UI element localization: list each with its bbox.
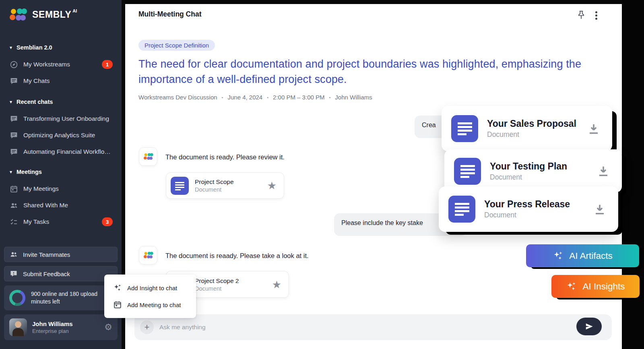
invite-teammates-button[interactable]: Invite Teammates — [4, 247, 118, 262]
feedback-icon — [10, 270, 18, 278]
menu-item-add-insight[interactable]: Add Insight to chat — [104, 279, 196, 296]
artifact-title: Your Sales Proposal — [487, 118, 576, 129]
sembly-logo-icon — [144, 153, 153, 159]
sidebar-group-meetings[interactable]: ▾ Meetings — [0, 166, 122, 178]
chat-icon — [10, 77, 18, 85]
download-icon[interactable] — [597, 165, 610, 178]
sidebar-item-label: My Chats — [23, 77, 50, 85]
document-type: Document — [195, 186, 234, 193]
chevron-down-icon: ▾ — [10, 45, 12, 50]
bot-message: The document is ready. Please review it. — [165, 153, 285, 161]
document-title: Project Scope 2 — [195, 277, 239, 285]
brand-name: SEMBLY — [32, 9, 71, 20]
sidebar-item-recent-2[interactable]: Optimizing Analytics Suite — [0, 127, 122, 143]
chat-input[interactable] — [159, 314, 554, 340]
group-label: Semblian 2.0 — [17, 44, 52, 51]
bot-message: The document is reaady. Please take a lo… — [165, 252, 309, 260]
usage-ring-chart — [9, 290, 25, 306]
user-plan: Enterprise plan — [32, 328, 73, 334]
document-card-project-scope[interactable]: Project Scope Document ★ — [166, 172, 284, 199]
sparkles-icon — [566, 281, 577, 292]
chevron-down-icon: ▾ — [10, 169, 12, 174]
meta-time: 2:00 PM – 3:00 PM — [273, 94, 324, 101]
sidebar-footer: Invite Teammates Submit Feedback 900 onl… — [4, 247, 118, 340]
frame-top-border — [122, 0, 644, 4]
meta-source: Workstreams Dev Discussion — [138, 94, 217, 101]
sparkles-icon — [113, 283, 122, 292]
sidebar-item-shared-with-me[interactable]: Shared With Me — [0, 197, 122, 213]
sidebar-item-label: Optimizing Analytics Suite — [23, 132, 95, 139]
sidebar-item-label: My Tasks — [23, 218, 49, 225]
user-name: John Williams — [32, 320, 73, 327]
sparkles-icon — [553, 250, 564, 261]
artifact-type: Document — [484, 211, 570, 219]
people-icon — [10, 201, 18, 210]
topic-tag[interactable]: Project Scope Definition — [138, 40, 215, 51]
sidebar-item-label: My Workstreams — [23, 61, 70, 68]
sidebar-item-my-tasks[interactable]: My Tasks 3 — [0, 214, 122, 230]
people-icon — [10, 250, 18, 258]
artifact-card-press-release[interactable]: Your Press Release Document — [439, 186, 618, 232]
sidebar-group-recent-chats[interactable]: ▾ Recent chats — [0, 96, 122, 108]
submit-feedback-button[interactable]: Submit Feedback — [4, 266, 118, 281]
sidebar-item-my-chats[interactable]: My Chats — [0, 73, 122, 89]
sidebar-item-recent-1[interactable]: Transforming User Onboarding — [0, 111, 122, 127]
send-button[interactable] — [576, 318, 602, 335]
pin-icon[interactable] — [576, 10, 586, 20]
bot-avatar — [139, 147, 157, 166]
tasks-icon — [10, 218, 18, 226]
sidebar-item-recent-3[interactable]: Automating Financial Workflo… — [0, 144, 122, 160]
sidebar-item-my-workstreams[interactable]: My Workstreams 1 — [0, 56, 122, 72]
tasks-badge: 3 — [102, 217, 113, 226]
app-logo[interactable]: SEMBLY AI — [10, 9, 77, 20]
download-icon[interactable] — [587, 122, 600, 135]
gear-icon[interactable]: ⚙ — [104, 323, 112, 332]
group-label: Meetings — [17, 169, 42, 175]
sidebar-item-label: Shared With Me — [23, 202, 68, 209]
menu-item-add-meeting[interactable]: Add Meeting to chat — [104, 296, 196, 313]
group-label: Recent chats — [17, 99, 53, 105]
sembly-logo-icon — [144, 252, 153, 258]
bot-avatar — [139, 246, 157, 264]
meta-separator: • — [267, 95, 268, 100]
artifact-title: Your Press Release — [484, 199, 570, 210]
chevron-down-icon: ▾ — [10, 99, 12, 104]
summary-heading: The need for clear documentation and pro… — [138, 56, 589, 87]
artifact-card-sales-proposal[interactable]: Your Sales Proposal Document — [442, 106, 612, 151]
sidebar-item-my-meetings[interactable]: My Meetings — [0, 181, 122, 197]
meta-separator: • — [329, 95, 330, 100]
context-menu: Add Insight to chat Add Meeting to chat — [104, 275, 196, 318]
brand-suffix: AI — [72, 8, 77, 13]
kebab-menu-icon[interactable] — [595, 11, 597, 13]
artifact-title: Your Testing Plan — [490, 161, 567, 172]
chat-icon — [10, 148, 18, 156]
document-icon — [448, 196, 475, 223]
workstreams-badge: 1 — [102, 60, 113, 69]
chat-icon — [10, 131, 18, 140]
sidebar-group-semblian[interactable]: ▾ Semblian 2.0 — [0, 41, 122, 54]
sembly-logo-icon — [10, 9, 27, 20]
star-icon[interactable]: ★ — [272, 279, 281, 290]
usage-card[interactable]: 900 online and 180 upload minutes left — [4, 285, 118, 310]
ai-insights-label: AI Insights — [582, 281, 625, 292]
artifact-type: Document — [487, 130, 576, 139]
ai-artifacts-label: AI Artifacts — [569, 251, 613, 261]
document-icon — [451, 115, 478, 142]
artifact-type: Document — [490, 173, 567, 182]
plus-icon[interactable]: + — [140, 320, 154, 334]
download-icon[interactable] — [593, 203, 606, 216]
app-root: SEMBLY AI ▾ Semblian 2.0 My Workstreams … — [0, 0, 644, 349]
avatar — [9, 318, 27, 336]
ai-insights-button[interactable]: AI Insights — [551, 275, 640, 298]
menu-item-label: Add Meeting to chat — [127, 302, 181, 308]
document-type: Document — [195, 285, 239, 292]
user-profile-card[interactable]: John Williams Enterprise plan ⚙ — [4, 314, 118, 340]
ai-artifacts-button[interactable]: AI Artifacts — [526, 244, 639, 267]
invite-teammates-label: Invite Teammates — [23, 251, 70, 258]
chat-composer: + — [134, 314, 612, 340]
compass-icon — [10, 60, 18, 69]
star-icon[interactable]: ★ — [267, 180, 277, 191]
menu-item-label: Add Insight to chat — [127, 285, 177, 291]
meta-date: June 4, 2024 — [227, 94, 262, 101]
document-title: Project Scope — [195, 178, 234, 186]
